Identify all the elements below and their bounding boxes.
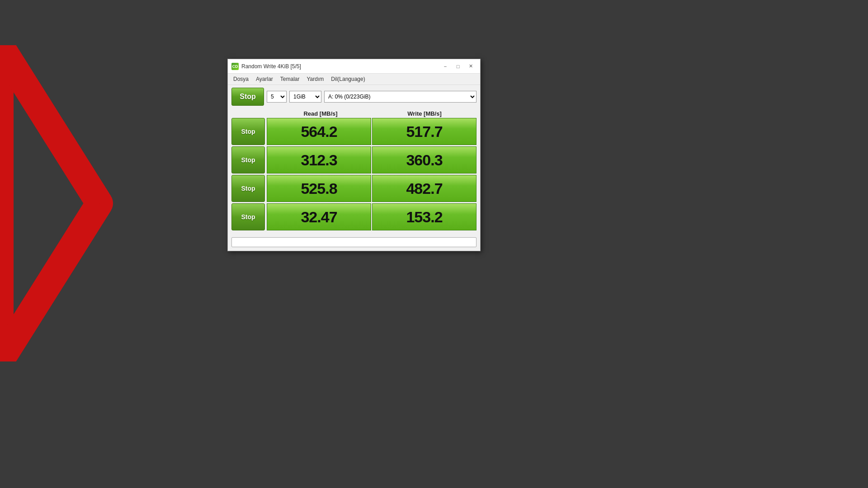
progress-area <box>228 235 480 251</box>
restore-button[interactable]: □ <box>452 62 464 71</box>
row3-write: 482.7 <box>372 175 476 202</box>
table-row: Stop 525.8 482.7 <box>231 175 476 202</box>
count-select[interactable]: 5 1 3 10 <box>267 91 287 103</box>
stop-button-row2[interactable]: Stop <box>231 146 265 174</box>
menu-ayarlar[interactable]: Ayarlar <box>252 75 277 84</box>
row2-read: 312.3 <box>267 146 371 174</box>
close-button[interactable]: ✕ <box>465 62 476 71</box>
table-row: Stop 312.3 360.3 <box>231 146 476 174</box>
row1-cells: 564.2 517.7 <box>267 118 476 145</box>
table-row: Stop 564.2 517.7 <box>231 118 476 145</box>
row3-read: 525.8 <box>267 175 371 202</box>
row1-read: 564.2 <box>267 118 371 145</box>
row4-read: 32.47 <box>267 203 371 230</box>
row2-cells: 312.3 360.3 <box>267 146 476 174</box>
row4-cells: 32.47 153.2 <box>267 203 476 230</box>
stop-button-row1[interactable]: Stop <box>231 118 265 145</box>
main-stop-button[interactable]: Stop <box>231 88 264 106</box>
write-header: Write [MB/s] <box>373 110 476 117</box>
progress-bar-container <box>231 237 476 247</box>
menu-bar: Dosya Ayarlar Temalar Yardım Dil(Languag… <box>228 74 480 85</box>
stop-button-row3[interactable]: Stop <box>231 175 265 202</box>
app-icon: CD <box>231 63 239 70</box>
data-area: Read [MB/s] Write [MB/s] Stop 564.2 517.… <box>228 108 480 235</box>
title-bar-controls: − □ ✕ <box>439 62 476 71</box>
window-title: Random Write 4KiB [5/5] <box>241 63 301 70</box>
table-row: Stop 32.47 153.2 <box>231 203 476 230</box>
title-bar-left: CD Random Write 4KiB [5/5] <box>231 63 301 70</box>
minimize-button[interactable]: − <box>439 62 451 71</box>
row4-write: 153.2 <box>372 203 476 230</box>
svg-line-1 <box>0 45 99 203</box>
row3-cells: 525.8 482.7 <box>267 175 476 202</box>
stop-button-row4[interactable]: Stop <box>231 203 265 230</box>
menu-language[interactable]: Dil(Language) <box>327 75 368 84</box>
toolbar: Stop 5 1 3 10 1GiB 512MiB 2GiB A: 0% (0/… <box>228 85 480 108</box>
column-headers: Read [MB/s] Write [MB/s] <box>269 110 476 117</box>
title-bar: CD Random Write 4KiB [5/5] − □ ✕ <box>228 59 480 74</box>
size-select[interactable]: 1GiB 512MiB 2GiB <box>289 91 321 103</box>
background-arrow <box>0 45 181 361</box>
main-window: CD Random Write 4KiB [5/5] − □ ✕ Dosya A… <box>227 59 481 251</box>
row1-write: 517.7 <box>372 118 476 145</box>
svg-line-2 <box>0 203 99 361</box>
row2-write: 360.3 <box>372 146 476 174</box>
read-header: Read [MB/s] <box>269 110 373 117</box>
menu-temalar[interactable]: Temalar <box>277 75 303 84</box>
drive-select[interactable]: A: 0% (0/223GiB) <box>324 91 476 103</box>
menu-dosya[interactable]: Dosya <box>230 75 252 84</box>
menu-yardim[interactable]: Yardım <box>303 75 328 84</box>
